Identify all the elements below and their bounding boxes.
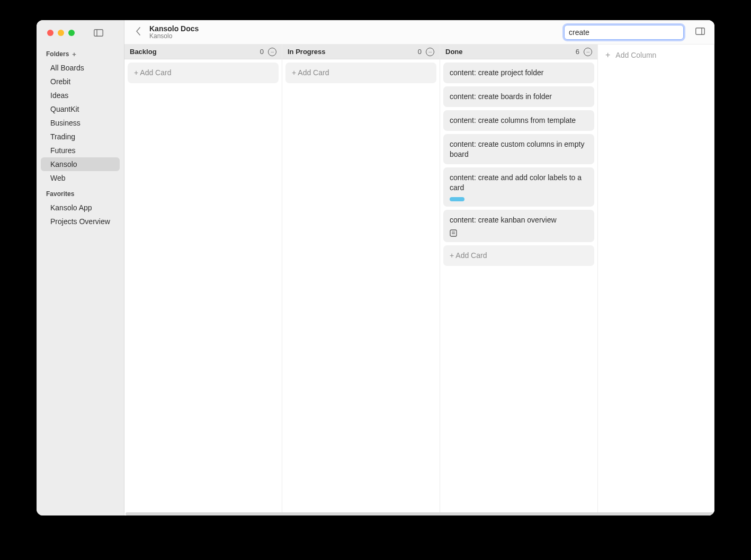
board-card[interactable]: content: create boards in folder (443, 86, 594, 107)
add-column-label: Add Column (615, 51, 656, 59)
sidebar: Folders + All BoardsOrebitIdeasQuantKitB… (37, 20, 124, 515)
svg-rect-4 (450, 230, 457, 236)
window-body: Folders + All BoardsOrebitIdeasQuantKitB… (37, 20, 714, 515)
back-button[interactable] (132, 24, 144, 40)
column-count: 0 (260, 48, 264, 56)
card-title: content: create kanban overview (450, 215, 588, 225)
toggle-sidebar-button[interactable] (94, 29, 103, 37)
column-body: content: create project foldercontent: c… (440, 59, 597, 512)
folder-list: All BoardsOrebitIdeasQuantKitBusinessTra… (37, 61, 124, 185)
minimize-window-button[interactable] (58, 30, 64, 36)
sidebar-folder-item[interactable]: Web (41, 171, 120, 185)
board-card[interactable]: content: create project folder (443, 63, 594, 83)
board-card[interactable]: content: create custom columns in empty … (443, 134, 594, 165)
kanban-board: Backlog0···+ Add CardIn Progress0···+ Ad… (124, 45, 714, 512)
column-body: + Add Card (282, 59, 440, 512)
column-header: In Progress0··· (282, 45, 440, 59)
add-card-button[interactable]: + Add Card (443, 245, 594, 266)
board-subtitle: Kansolo (149, 33, 199, 40)
column-more-button[interactable]: ··· (584, 48, 592, 56)
sidebar-folder-item[interactable]: Futures (41, 144, 120, 157)
board-column: In Progress0···+ Add Card (282, 45, 440, 512)
column-header: Done6··· (440, 45, 597, 59)
sidebar-folder-item[interactable]: Orebit (41, 75, 120, 88)
sidebar-folder-item[interactable]: Trading (41, 130, 120, 144)
add-folder-button[interactable]: + (72, 51, 76, 58)
sidebar-favorite-item[interactable]: Kansolo App (41, 201, 120, 215)
svg-rect-0 (94, 30, 103, 37)
close-window-button[interactable] (47, 30, 53, 36)
chevron-left-icon (135, 26, 141, 36)
favorites-list: Kansolo AppProjects Overview (37, 201, 124, 228)
column-count: 6 (576, 48, 579, 56)
horizontal-scrollbar[interactable] (124, 512, 714, 515)
folders-label: Folders (46, 50, 69, 58)
column-more-button[interactable]: ··· (268, 48, 276, 56)
toolbar: Kansolo Docs Kansolo (124, 20, 714, 45)
maximize-window-button[interactable] (68, 30, 75, 36)
svg-rect-2 (696, 28, 705, 34)
panel-right-icon (695, 28, 705, 35)
column-title: Done (445, 48, 571, 56)
sidebar-folder-item[interactable]: Kansolo (41, 157, 120, 171)
sidebar-folder-item[interactable]: All Boards (41, 61, 120, 75)
sidebar-folder-item[interactable]: QuantKit (41, 102, 120, 116)
board-column: Done6···content: create project folderco… (440, 45, 598, 512)
board-card[interactable]: content: create kanban overview (443, 210, 594, 242)
board-card[interactable]: content: create columns from template (443, 110, 594, 131)
board-card[interactable]: content: create and add color labels to … (443, 167, 594, 207)
sidebar-folder-item[interactable]: Business (41, 116, 120, 130)
card-title: content: create project folder (450, 68, 588, 78)
column-header: Backlog0··· (124, 45, 282, 59)
column-title: In Progress (288, 48, 414, 56)
add-column: +Add Column (598, 45, 714, 512)
add-card-button[interactable]: + Add Card (285, 63, 436, 83)
card-title: content: create boards in folder (450, 92, 588, 102)
board-title: Kansolo Docs (149, 24, 199, 33)
add-card-button[interactable]: + Add Card (128, 63, 279, 83)
column-body: + Add Card (124, 59, 282, 512)
toggle-right-panel-button[interactable] (693, 25, 707, 39)
app-window: Folders + All BoardsOrebitIdeasQuantKitB… (37, 20, 714, 515)
notes-icon (450, 229, 457, 237)
board-column: Backlog0···+ Add Card (124, 45, 282, 512)
sidebar-favorite-item[interactable]: Projects Overview (41, 215, 120, 228)
column-count: 0 (418, 48, 422, 56)
folders-section-header: Folders + (37, 50, 124, 61)
card-title: content: create custom columns in empty … (450, 139, 588, 159)
sidebar-folder-item[interactable]: Ideas (41, 88, 120, 102)
card-title: content: create columns from template (450, 115, 588, 126)
window-controls (37, 29, 124, 37)
column-more-button[interactable]: ··· (426, 48, 434, 56)
add-column-button[interactable]: +Add Column (598, 45, 714, 66)
breadcrumb: Kansolo Docs Kansolo (149, 24, 199, 40)
search-field-wrapper[interactable] (564, 25, 684, 40)
favorites-section-header: Favorites (37, 185, 124, 201)
column-title: Backlog (130, 48, 256, 56)
card-color-label (450, 197, 464, 201)
main-panel: Kansolo Docs Kansolo Backlog0···+ Add Ca… (124, 20, 714, 515)
plus-icon: + (605, 50, 610, 60)
card-title: content: create and add color labels to … (450, 173, 588, 193)
search-input[interactable] (569, 28, 679, 37)
sidebar-icon (94, 29, 103, 37)
